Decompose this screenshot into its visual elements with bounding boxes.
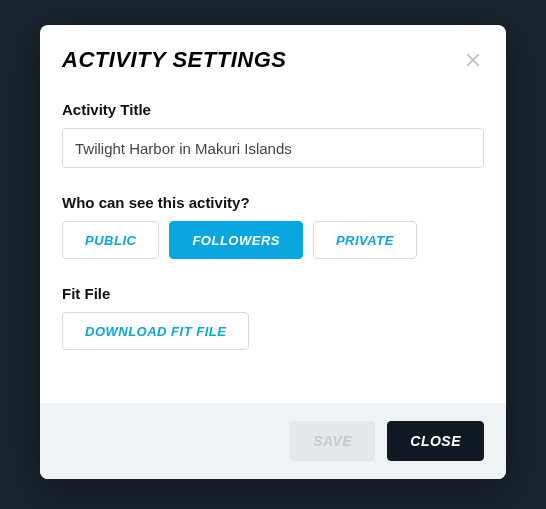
save-button[interactable]: SAVE [290, 421, 375, 461]
activity-settings-modal: ACTIVITY SETTINGS Activity Title Who can… [40, 25, 506, 479]
visibility-group: Who can see this activity? PUBLIC FOLLOW… [62, 194, 484, 259]
activity-title-group: Activity Title [62, 101, 484, 168]
visibility-followers-button[interactable]: FOLLOWERS [169, 221, 303, 259]
visibility-options: PUBLIC FOLLOWERS PRIVATE [62, 221, 484, 259]
activity-title-input[interactable] [62, 128, 484, 168]
modal-body: ACTIVITY SETTINGS Activity Title Who can… [40, 25, 506, 403]
close-icon[interactable] [462, 49, 484, 71]
modal-footer: SAVE CLOSE [40, 403, 506, 479]
fit-file-group: Fit File DOWNLOAD FIT FILE [62, 285, 484, 350]
visibility-private-button[interactable]: PRIVATE [313, 221, 417, 259]
visibility-public-button[interactable]: PUBLIC [62, 221, 159, 259]
modal-title: ACTIVITY SETTINGS [62, 47, 286, 73]
visibility-label: Who can see this activity? [62, 194, 484, 211]
download-fit-file-button[interactable]: DOWNLOAD FIT FILE [62, 312, 249, 350]
fit-file-row: DOWNLOAD FIT FILE [62, 312, 484, 350]
modal-header: ACTIVITY SETTINGS [62, 47, 484, 73]
fit-file-label: Fit File [62, 285, 484, 302]
close-button[interactable]: CLOSE [387, 421, 484, 461]
activity-title-label: Activity Title [62, 101, 484, 118]
